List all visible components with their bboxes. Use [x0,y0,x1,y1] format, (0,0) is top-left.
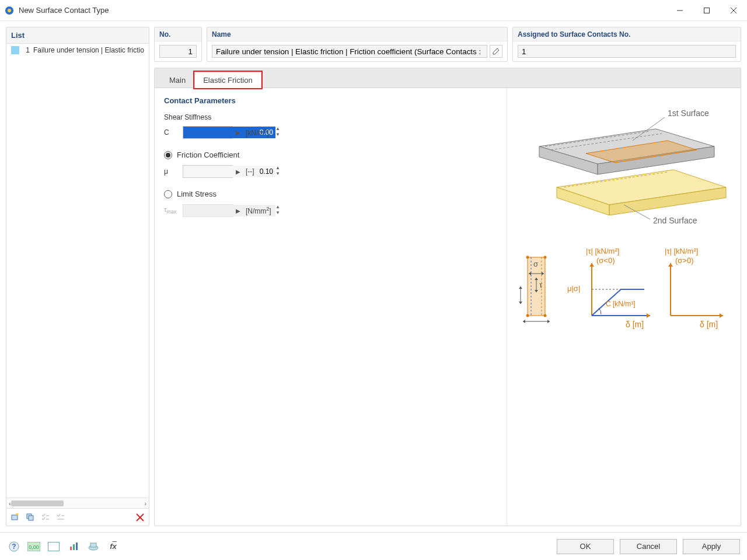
blank-rect-button[interactable] [47,540,61,554]
number-panel: No. [154,27,202,62]
workspace: List 1 Failure under tension | Elastic f… [0,21,747,532]
apply-button[interactable]: Apply [683,539,740,554]
shear-spin-down[interactable]: ▼ [275,132,280,138]
svg-text:|τ|  [kN/m²]: |τ| [kN/m²] [586,247,619,256]
svg-rect-3 [704,8,710,13]
svg-text:?: ? [12,542,16,551]
svg-marker-63 [668,263,673,267]
title-bar: New Surface Contact Type [0,0,747,21]
view-button[interactable] [86,540,100,554]
svg-point-30 [526,314,529,317]
mu-stepper-icon[interactable]: ▶ [234,169,242,175]
svg-marker-42 [519,302,522,304]
limit-stress-label: Limit Stress [177,190,217,198]
svg-text:μ|σ|: μ|σ| [567,284,580,293]
svg-marker-44 [523,320,525,323]
tmax-symbol: τmax [164,206,183,215]
mu-unit: [--] [246,167,254,176]
surfaces-diagram: 1st Surface 2nd Surface [516,100,732,228]
svg-rect-71 [73,544,75,550]
svg-text:0,00: 0,00 [29,544,39,550]
svg-text:δ [m]: δ [m] [700,320,718,329]
minimize-button[interactable] [666,0,693,21]
chart-button[interactable] [67,540,81,554]
friction-coefficient-label: Friction Coefficient [177,150,239,159]
list-item[interactable]: 1 Failure under tension | Elastic fricti… [6,44,149,57]
svg-text:C [kN/m³]: C [kN/m³] [606,300,636,308]
svg-point-7 [17,513,19,514]
checklist-button[interactable] [39,511,52,524]
mu-symbol: μ [164,167,183,176]
copy-item-button[interactable] [24,511,37,524]
svg-point-31 [544,314,547,317]
svg-marker-61 [720,313,723,318]
shear-unit: [kN/m3] [246,128,269,137]
graphs-diagram: σ τ |τ| [kN/m²] (σ<0) [516,246,732,339]
svg-point-29 [544,256,547,259]
svg-rect-9 [29,516,33,520]
svg-rect-69 [48,542,60,551]
scroll-thumb[interactable] [11,501,64,506]
app-icon [5,6,14,15]
list-body[interactable]: 1 Failure under tension | Elastic fricti… [6,44,149,498]
delete-item-button[interactable] [134,511,146,524]
shear-stiffness-label: Shear Stiffness [164,113,497,121]
checklist-alt-button[interactable] [54,511,67,524]
svg-text:(σ<0): (σ<0) [596,256,615,265]
friction-coefficient-radio[interactable] [164,151,172,159]
section-title: Contact Parameters [164,96,497,105]
mu-input-wrap: ▲▼ [183,165,233,178]
tmax-unit: [N/mm2] [246,206,271,215]
maximize-button[interactable] [693,0,720,21]
scroll-right-icon[interactable]: › [144,500,146,507]
limit-stress-radio-row[interactable]: Limit Stress [164,190,497,198]
svg-marker-51 [589,263,594,267]
list-hscrollbar[interactable]: ‹ › [6,498,149,508]
number-input[interactable] [159,45,197,58]
new-item-button[interactable] [9,511,22,524]
assigned-panel-title: Assigned to Surface Contacts No. [513,27,741,41]
name-panel-title: Name [207,27,507,41]
form-area: Contact Parameters Shear Stiffness C ▲▼ … [155,88,507,526]
content-panel: Main Elastic Friction Contact Parameters… [154,68,741,526]
svg-rect-74 [90,543,96,547]
svg-text:σ: σ [533,260,538,268]
assigned-panel: Assigned to Surface Contacts No. [512,27,741,62]
list-item-swatch [11,46,19,54]
tab-elastic-friction[interactable]: Elastic Friction [194,72,261,88]
svg-text:|τ|  [kN/m²]: |τ| [kN/m²] [665,247,698,256]
svg-marker-49 [647,313,650,318]
name-panel: Name [207,27,508,62]
friction-coefficient-radio-row[interactable]: Friction Coefficient [164,150,497,159]
tmax-spin-down: ▼ [275,211,280,216]
svg-marker-45 [547,320,550,323]
svg-text:(σ>0): (σ>0) [675,256,694,265]
header-row: No. Name Assigned to Surface Contacts No… [154,27,741,62]
limit-stress-radio[interactable] [164,190,172,198]
svg-marker-41 [519,286,522,289]
mu-spin-down[interactable]: ▼ [275,172,280,177]
svg-rect-6 [12,515,18,520]
fx-button[interactable]: fx [106,540,120,554]
tab-main[interactable]: Main [160,72,194,88]
surf1-label: 1st Surface [668,108,709,118]
name-input[interactable] [212,45,487,58]
svg-text:τ: τ [539,281,543,289]
shear-symbol: C [164,128,183,136]
svg-rect-72 [76,542,78,550]
list-header: List [6,27,149,44]
list-item-index: 1 [22,46,30,54]
svg-rect-70 [70,547,72,550]
ok-button[interactable]: OK [557,539,614,554]
preview-area: 1st Surface 2nd Surface σ [507,88,741,526]
list-toolbar [6,508,149,526]
decimal-button[interactable]: 0,00 [27,540,41,554]
assigned-input[interactable] [518,45,736,58]
help-button[interactable]: ? [7,540,21,554]
mu-input[interactable] [183,166,275,177]
svg-point-28 [526,256,529,259]
edit-name-button[interactable] [490,45,502,58]
shear-stepper-icon[interactable]: ▶ [234,130,242,136]
close-button[interactable] [720,0,747,21]
cancel-button[interactable]: Cancel [620,539,677,554]
